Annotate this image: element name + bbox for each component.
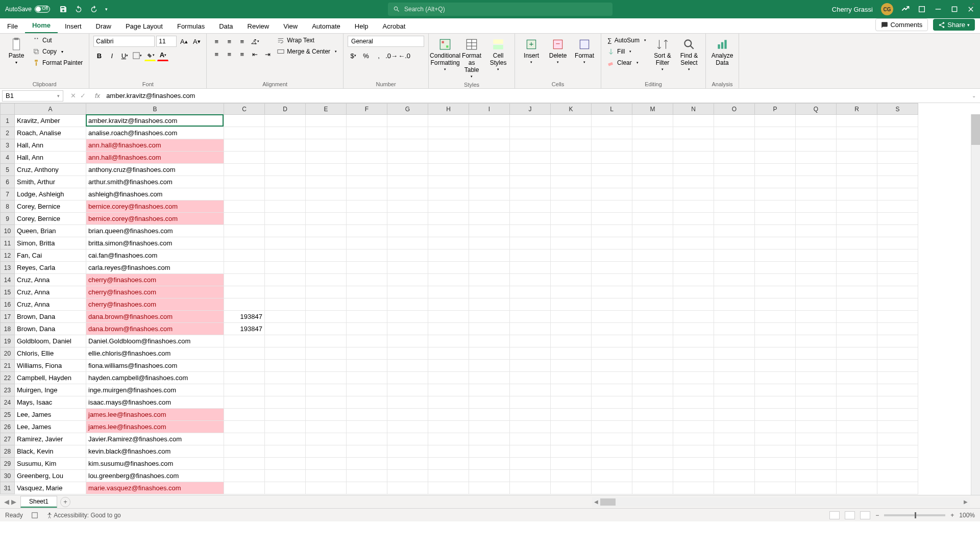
column-header[interactable]: R <box>837 104 877 115</box>
cell[interactable] <box>224 286 265 298</box>
cell[interactable] <box>306 347 347 360</box>
cell[interactable] <box>428 115 469 127</box>
cell[interactable] <box>387 176 428 188</box>
page-break-view-icon[interactable] <box>860 511 870 519</box>
row-header[interactable]: 2 <box>1 127 15 139</box>
align-center-icon[interactable]: ≡ <box>224 48 235 60</box>
cell[interactable] <box>306 458 347 470</box>
cell[interactable] <box>510 164 551 176</box>
cell[interactable] <box>510 360 551 372</box>
tab-view[interactable]: View <box>276 19 305 33</box>
row-header[interactable]: 14 <box>1 274 15 286</box>
cell[interactable] <box>592 384 632 396</box>
cell[interactable] <box>592 152 632 164</box>
cell[interactable] <box>714 249 755 262</box>
cell[interactable] <box>632 201 673 213</box>
save-icon[interactable] <box>59 5 67 13</box>
cell[interactable] <box>306 274 347 286</box>
cell[interactable] <box>796 127 837 139</box>
cell[interactable] <box>877 139 918 152</box>
cell[interactable] <box>673 347 714 360</box>
avatar[interactable]: CG <box>881 3 893 15</box>
cell[interactable]: Muirgen, Inge <box>15 384 86 396</box>
cell[interactable] <box>224 470 265 482</box>
cell[interactable] <box>265 237 306 249</box>
share-dropdown-icon[interactable]: ▾ <box>967 22 970 28</box>
delete-cells-button[interactable]: −Delete▾ <box>546 36 570 66</box>
row-header[interactable]: 29 <box>1 458 15 470</box>
cell[interactable] <box>224 384 265 396</box>
cell[interactable] <box>877 433 918 445</box>
cell[interactable] <box>265 176 306 188</box>
cell[interactable] <box>632 274 673 286</box>
cell[interactable] <box>469 421 510 433</box>
cell[interactable] <box>796 225 837 237</box>
border-button[interactable]: ▾ <box>132 50 143 61</box>
cell[interactable] <box>469 152 510 164</box>
cell[interactable] <box>632 298 673 311</box>
cell[interactable] <box>551 274 592 286</box>
cell[interactable] <box>592 421 632 433</box>
cell[interactable] <box>347 237 387 249</box>
cell[interactable] <box>469 323 510 335</box>
cell[interactable] <box>714 384 755 396</box>
cell[interactable] <box>796 274 837 286</box>
merge-center-button[interactable]: Merge & Center▾ <box>275 47 339 56</box>
cell[interactable]: Campbell, Hayden <box>15 372 86 384</box>
cell[interactable] <box>551 115 592 127</box>
cell[interactable] <box>877 470 918 482</box>
cell[interactable] <box>387 335 428 347</box>
fill-button[interactable]: Fill▾ <box>605 47 648 56</box>
column-header[interactable]: O <box>714 104 755 115</box>
cell[interactable] <box>510 482 551 494</box>
cell[interactable] <box>796 433 837 445</box>
cell[interactable]: Greenberg, Lou <box>15 470 86 482</box>
cell[interactable] <box>469 482 510 494</box>
cell[interactable] <box>551 421 592 433</box>
cell[interactable]: ashleigh@finashoes.com <box>86 188 224 201</box>
search-box[interactable]: Search (Alt+Q) <box>388 3 612 16</box>
cell[interactable] <box>510 176 551 188</box>
format-painter-button[interactable]: Format Painter <box>31 58 85 67</box>
cell[interactable]: cherry@finashoes.com <box>86 286 224 298</box>
cell[interactable] <box>306 152 347 164</box>
cell[interactable] <box>347 152 387 164</box>
autosave-toggle[interactable]: AutoSave <box>5 6 50 13</box>
cell[interactable] <box>796 360 837 372</box>
cell[interactable] <box>387 249 428 262</box>
cell[interactable]: ellie.chloris@finashoes.com <box>86 347 224 360</box>
cell[interactable] <box>224 176 265 188</box>
cell[interactable] <box>714 409 755 421</box>
column-header[interactable]: G <box>387 104 428 115</box>
cell[interactable]: inge.muirgen@finashoes.com <box>86 384 224 396</box>
format-as-table-button[interactable]: Format as Table▾ <box>459 36 484 81</box>
column-header[interactable]: S <box>877 104 918 115</box>
cell[interactable] <box>428 470 469 482</box>
cell[interactable]: fiona.williams@finashoes.com <box>86 360 224 372</box>
cell[interactable] <box>510 335 551 347</box>
cell[interactable] <box>755 286 796 298</box>
cell[interactable] <box>632 445 673 458</box>
cell[interactable] <box>714 298 755 311</box>
cell[interactable] <box>265 421 306 433</box>
cell[interactable] <box>510 384 551 396</box>
cell[interactable] <box>714 360 755 372</box>
cell[interactable] <box>551 201 592 213</box>
cell[interactable]: cherry@finashoes.com <box>86 298 224 311</box>
cell[interactable]: Ramirez, Javier <box>15 433 86 445</box>
scroll-left-icon[interactable]: ◀ <box>592 499 600 505</box>
share-button[interactable]: Share ▾ <box>933 19 975 31</box>
cell[interactable] <box>347 323 387 335</box>
cell[interactable] <box>837 458 877 470</box>
cell[interactable] <box>755 237 796 249</box>
cell[interactable] <box>306 335 347 347</box>
align-left-icon[interactable]: ≡ <box>211 48 222 60</box>
cell[interactable] <box>632 164 673 176</box>
cell[interactable] <box>755 262 796 274</box>
cell[interactable] <box>265 311 306 323</box>
row-header[interactable]: 3 <box>1 139 15 152</box>
cell[interactable] <box>837 360 877 372</box>
cell[interactable] <box>673 433 714 445</box>
font-name-select[interactable] <box>93 36 155 47</box>
cell[interactable] <box>837 225 877 237</box>
